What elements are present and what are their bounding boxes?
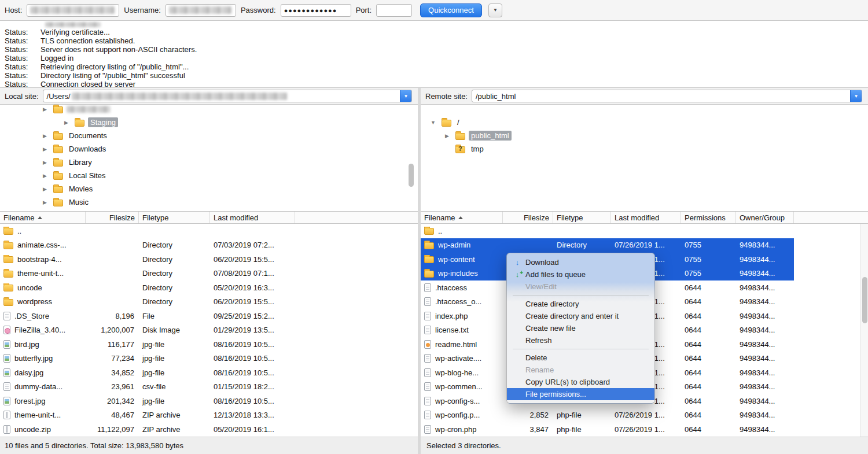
local-file-row-bootstrap-4[interactable]: bootstrap-4... Directory 06/20/2019 15:5… bbox=[0, 252, 418, 267]
remote-tree-item[interactable]: / bbox=[421, 116, 868, 129]
password-dots: ●●●●●●●●●●●● bbox=[284, 7, 337, 14]
remote-col-header-filesize[interactable]: Filesize bbox=[503, 212, 553, 223]
context-menu-item-create-directory[interactable]: Create directory bbox=[507, 298, 654, 310]
local-tree-item-downloads[interactable]: Downloads bbox=[0, 142, 418, 156]
disclosure-triangle-icon[interactable] bbox=[443, 133, 451, 139]
remote-col-header-filename[interactable]: Filename bbox=[421, 212, 503, 223]
redacted-host-value bbox=[30, 6, 115, 14]
local-tree-item[interactable] bbox=[0, 104, 418, 116]
context-menu-item-download[interactable]: Download bbox=[507, 256, 654, 268]
file-type-icon bbox=[424, 271, 434, 278]
disclosure-triangle-icon[interactable] bbox=[41, 200, 49, 205]
local-file-row-bird-jpg[interactable]: bird.jpg 116,177 jpg-file 08/16/2019 10:… bbox=[0, 337, 418, 352]
local-file-row-dummy-data[interactable]: dummy-data... 23,961 csv-file 01/15/2019… bbox=[0, 380, 418, 394]
remote-col-header-filetype[interactable]: Filetype bbox=[553, 212, 611, 223]
remote-site-dropdown-icon[interactable] bbox=[850, 90, 862, 102]
disclosure-triangle-icon[interactable] bbox=[41, 160, 49, 165]
quickconnect-button[interactable]: Quickconnect bbox=[420, 3, 482, 17]
file-type: Directory bbox=[139, 269, 210, 278]
disclosure-triangle-icon[interactable] bbox=[41, 133, 49, 139]
local-col-header-filetype[interactable]: Filetype bbox=[139, 212, 210, 223]
context-menu-item-delete[interactable]: Delete bbox=[507, 352, 654, 364]
local-file-row-daisy-jpg[interactable]: daisy.jpg 34,852 jpg-file 08/16/2019 10:… bbox=[0, 366, 418, 380]
file-type-icon bbox=[3, 242, 13, 249]
file-owner-group: 9498344... bbox=[736, 269, 794, 278]
scrollbar-thumb[interactable] bbox=[409, 164, 414, 187]
file-type: Directory bbox=[139, 255, 210, 264]
local-tree-item-movies[interactable]: Movies bbox=[0, 182, 418, 195]
username-input[interactable] bbox=[165, 4, 236, 17]
disclosure-triangle-icon[interactable] bbox=[41, 146, 49, 152]
file-name: butterfly.jpg bbox=[14, 354, 53, 363]
local-col-header-filename[interactable]: Filename bbox=[0, 212, 86, 223]
disclosure-triangle-icon[interactable] bbox=[41, 173, 49, 179]
tree-item-label: Downloads bbox=[67, 144, 108, 154]
disclosure-triangle-icon[interactable] bbox=[62, 120, 71, 126]
local-file-row-uncode-zip[interactable]: uncode.zip 11,122,097 ZIP archive 05/20/… bbox=[0, 422, 418, 437]
local-file-row-animate-css[interactable]: animate.css-... Directory 07/03/2019 07:… bbox=[0, 238, 418, 253]
file-type-icon bbox=[3, 285, 13, 291]
file-type-icon bbox=[3, 382, 10, 391]
local-file-row-ds-store[interactable]: .DS_Store 8,196 File 09/25/2019 15:2... bbox=[0, 309, 418, 323]
password-input[interactable]: ●●●●●●●●●●●● bbox=[281, 4, 351, 17]
remote-file-row[interactable]: .. bbox=[421, 224, 794, 238]
port-input[interactable] bbox=[376, 4, 412, 17]
remote-tree-item-tmp[interactable]: tmp bbox=[421, 142, 868, 156]
local-col-header-last-modified[interactable]: Last modified bbox=[210, 212, 295, 223]
local-tree-item-staging[interactable]: Staging bbox=[0, 116, 418, 129]
remote-tree-item-public-html[interactable]: public_html bbox=[421, 129, 868, 142]
local-file-row-butterfly-jpg[interactable]: butterfly.jpg 77,234 jpg-file 08/16/2019… bbox=[0, 352, 418, 366]
scrollbar-thumb[interactable] bbox=[862, 277, 867, 323]
local-file-row-theme-unit-t[interactable]: theme-unit-t... 48,467 ZIP archive 12/13… bbox=[0, 408, 418, 423]
file-type-icon bbox=[424, 228, 434, 235]
context-menu-item-add-files-to-queue[interactable]: Add files to queue bbox=[507, 268, 654, 280]
local-site-dropdown-icon[interactable] bbox=[400, 90, 412, 102]
local-path-prefix: /Users/ bbox=[47, 92, 71, 101]
remote-col-header-permissions[interactable]: Permissions bbox=[681, 212, 736, 223]
file-modified: 07/26/2019 1... bbox=[611, 411, 681, 419]
file-permissions: 0644 bbox=[681, 411, 736, 419]
file-modified: 01/15/2019 18:2... bbox=[210, 382, 295, 391]
local-site-combobox[interactable]: /Users/ bbox=[43, 90, 412, 102]
remote-col-header-owner-group[interactable]: Owner/Group bbox=[736, 212, 794, 223]
file-name: FileZilla_3.40... bbox=[14, 326, 65, 334]
local-file-row-forest-jpg[interactable]: forest.jpg 201,342 jpg-file 08/16/2019 1… bbox=[0, 394, 418, 408]
file-name: .htaccess bbox=[435, 283, 467, 292]
local-file-row-uncode[interactable]: uncode Directory 05/20/2019 16:3... bbox=[0, 280, 418, 295]
local-file-row-wordpress[interactable]: wordpress Directory 06/20/2019 15:5... bbox=[0, 295, 418, 309]
context-menu-item-refresh[interactable]: Refresh bbox=[507, 334, 654, 346]
remote-col-header-last-modified[interactable]: Last modified bbox=[611, 212, 681, 223]
header-filler bbox=[794, 212, 868, 223]
context-menu-item-create-new-file[interactable]: Create new file bbox=[507, 322, 654, 334]
remote-site-combobox[interactable]: /public_html bbox=[472, 90, 862, 102]
remote-file-row-wp-config-p[interactable]: wp-config.p... 2,852 php-file 07/26/2019… bbox=[421, 408, 794, 423]
file-owner-group: 9498344... bbox=[736, 354, 794, 363]
remote-file-row-wp-admin[interactable]: wp-admin Directory 07/26/2019 1... 0755 … bbox=[421, 238, 794, 253]
local-tree-item-music[interactable]: Music bbox=[0, 195, 418, 209]
local-file-row-filezilla-3-40[interactable]: FileZilla_3.40... 1,200,007 Disk Image 0… bbox=[0, 323, 418, 338]
disclosure-triangle-icon[interactable] bbox=[429, 120, 437, 126]
quickconnect-dropdown-button[interactable] bbox=[488, 3, 502, 17]
host-input[interactable] bbox=[27, 4, 119, 17]
remote-file-row-wp-cron-php[interactable]: wp-cron.php 3,847 php-file 07/26/2019 1.… bbox=[421, 422, 794, 437]
file-type-icon bbox=[3, 425, 10, 434]
file-owner-group: 9498344... bbox=[736, 326, 794, 334]
local-file-row-theme-unit-t[interactable]: theme-unit-t... Directory 07/08/2019 07:… bbox=[0, 267, 418, 281]
context-menu-item-file-permissions[interactable]: File permissions... bbox=[507, 388, 654, 400]
local-tree-item-library[interactable]: Library bbox=[0, 156, 418, 169]
local-col-header-filesize[interactable]: Filesize bbox=[86, 212, 139, 223]
disclosure-triangle-icon[interactable] bbox=[41, 186, 49, 192]
file-type-icon bbox=[3, 228, 13, 235]
remote-list-scrollbar[interactable] bbox=[860, 224, 868, 437]
context-menu-item-copy-url-s-to-clipboard[interactable]: Copy URL(s) to clipboard bbox=[507, 376, 654, 388]
context-menu-item-create-directory-and-enter-it[interactable]: Create directory and enter it bbox=[507, 310, 654, 322]
local-tree-item-documents[interactable]: Documents bbox=[0, 129, 418, 142]
file-modified: 05/20/2019 16:3... bbox=[210, 283, 295, 292]
file-type-icon bbox=[424, 411, 431, 419]
local-file-row[interactable]: .. bbox=[0, 224, 418, 238]
file-permissions: 0644 bbox=[681, 283, 736, 292]
file-type-icon bbox=[3, 312, 10, 320]
local-site-label: Local site: bbox=[5, 92, 39, 101]
local-tree-item-local-sites[interactable]: Local Sites bbox=[0, 169, 418, 182]
disclosure-triangle-icon[interactable] bbox=[41, 106, 49, 112]
